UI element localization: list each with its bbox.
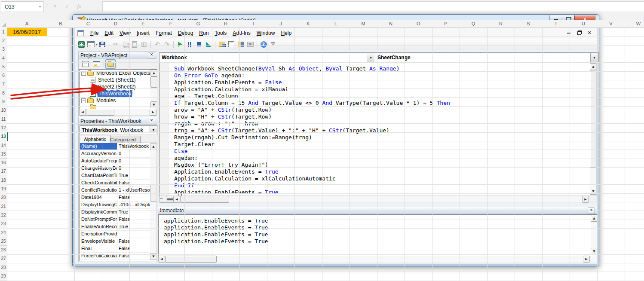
column-header-H[interactable]: H (212, 20, 240, 28)
insert-function-icon[interactable]: fx (74, 1, 84, 11)
child-close-icon[interactable]: ✕ (586, 30, 592, 36)
project-explorer-icon[interactable] (218, 40, 226, 49)
formula-bar-grip-icon[interactable]: ⋮ (45, 3, 49, 9)
row-header-15[interactable]: 15 (0, 150, 7, 159)
property-value[interactable]: False (117, 238, 150, 245)
property-row[interactable]: EnvelopeVisibleFalse (80, 238, 150, 245)
immediate-hscrollbar[interactable]: ◀ ▶ (158, 256, 597, 262)
property-value[interactable]: False (117, 180, 150, 186)
property-value[interactable]: -4104 - xlDisplayShapes (117, 202, 150, 208)
column-header-I[interactable]: I (239, 20, 267, 28)
row-header-19[interactable]: 19 (0, 184, 7, 193)
immediate-vscrollbar[interactable]: ▲ ▼ (591, 215, 597, 255)
column-header-A[interactable]: A (7, 20, 47, 28)
name-box[interactable]: O13 (1, 1, 40, 12)
column-header-W[interactable]: W (625, 20, 644, 28)
menu-add-ins[interactable]: Add-Ins (230, 30, 253, 36)
property-row[interactable]: DisplayInkCommentsTrue (80, 209, 150, 216)
cancel-entry-icon[interactable]: × (50, 1, 60, 11)
column-header-L[interactable]: L (322, 20, 350, 28)
properties-object-dropdown[interactable]: ThisWorkbook Workbook ▼ (80, 125, 158, 135)
row-header-21[interactable]: 21 (0, 202, 7, 211)
property-row[interactable]: EnableAutoRecoverTrue (80, 223, 150, 231)
properties-panel-header[interactable]: Properties - ThisWorkbook ✕ (79, 117, 157, 125)
row-header-7[interactable]: 7 (0, 80, 7, 89)
column-header-Q[interactable]: Q (460, 20, 488, 28)
column-header-N[interactable]: N (377, 20, 405, 28)
property-name[interactable]: Final (80, 245, 117, 252)
excel-icon[interactable] (77, 40, 86, 49)
property-row[interactable]: HighlightChangesOnScreenFalse (80, 260, 150, 261)
column-header-M[interactable]: M (350, 20, 377, 28)
property-name[interactable]: ConflictResolution (80, 187, 117, 194)
highlighted-date-cell[interactable]: 16/06/2017 (7, 27, 47, 37)
row-header-17[interactable]: 17 (0, 167, 7, 176)
column-header-V[interactable]: V (597, 20, 625, 28)
property-row[interactable]: ForceFullCalculationFalse (80, 253, 150, 260)
property-value[interactable]: False (117, 245, 150, 252)
column-header-T[interactable]: T (542, 20, 570, 28)
row-header-13[interactable]: 13 (0, 132, 8, 141)
row-header-2[interactable]: 2 (0, 36, 7, 45)
property-row[interactable]: AccuracyVersion0 (80, 150, 150, 158)
column-header-J[interactable]: J (267, 20, 295, 28)
row-header-14[interactable]: 14 (0, 141, 7, 150)
row-header-9[interactable]: 9 (0, 97, 7, 106)
row-header-24[interactable]: 24 (0, 228, 7, 237)
row-header-18[interactable]: 18 (0, 176, 7, 185)
column-header-D[interactable]: D (102, 20, 130, 28)
toolbar-options-icon[interactable]: ▾ (270, 40, 276, 49)
row-header-25[interactable]: 25 (0, 237, 7, 246)
code-hscrollbar[interactable]: ◀ ▶ (173, 196, 589, 202)
property-row[interactable]: Date1904False (80, 194, 150, 202)
menu-tools[interactable]: Tools (212, 30, 230, 36)
reset-icon[interactable] (195, 40, 203, 49)
property-value[interactable]: True (117, 223, 150, 230)
property-row[interactable]: AutoUpdateFrequency0 (80, 158, 150, 165)
menu-help[interactable]: Help (278, 30, 294, 36)
row-header-8[interactable]: 8 (0, 89, 7, 98)
property-value[interactable]: False (117, 253, 150, 260)
property-name[interactable]: EnableAutoRecover (80, 223, 117, 230)
run-icon[interactable] (176, 40, 184, 49)
project-tree-hscrollbar[interactable]: ◀ ▶ (79, 109, 156, 115)
object-browser-icon[interactable] (236, 40, 245, 49)
property-name[interactable]: ChangeHistoryDuration (80, 165, 117, 172)
property-value[interactable]: True (117, 209, 150, 216)
column-header-P[interactable]: P (432, 20, 460, 28)
column-header-E[interactable]: E (129, 20, 157, 28)
menu-edit[interactable]: Edit (101, 30, 117, 36)
row-header-16[interactable]: 16 (0, 159, 7, 168)
row-header-10[interactable]: 10 (0, 106, 7, 115)
toolbox-icon[interactable] (246, 40, 255, 49)
row-header-23[interactable]: 23 (0, 220, 7, 229)
name-box-dropdown-icon[interactable]: ▼ (37, 1, 44, 12)
paste-icon[interactable] (130, 40, 139, 49)
view-object-icon[interactable] (86, 40, 95, 49)
project-close-icon[interactable]: ✕ (148, 52, 155, 58)
menu-insert[interactable]: Insert (134, 30, 153, 36)
column-header-K[interactable]: K (294, 20, 322, 28)
tab-alphabetic[interactable]: Alphabetic (80, 135, 110, 143)
menu-debug[interactable]: Debug (175, 30, 196, 36)
menu-run[interactable]: Run (196, 30, 212, 36)
row-header-22[interactable]: 22 (0, 211, 7, 220)
break-icon[interactable] (185, 40, 194, 49)
properties-window-icon[interactable] (227, 40, 236, 49)
view-code-icon[interactable] (80, 59, 90, 69)
child-window-icon[interactable] (77, 30, 84, 36)
row-header-12[interactable]: 12 (0, 123, 7, 132)
enter-entry-icon[interactable]: ✓ (62, 1, 72, 11)
column-header-F[interactable]: F (157, 20, 185, 28)
row-header-27[interactable]: 27 (0, 254, 7, 263)
property-row[interactable]: ChangeHistoryDuration0 (80, 165, 150, 172)
property-value[interactable]: ThisWorkbook (117, 143, 150, 150)
row-header-4[interactable]: 4 (0, 54, 7, 63)
child-restore-icon[interactable] (576, 30, 582, 36)
property-name[interactable]: CheckCompatibility (80, 180, 117, 186)
menu-file[interactable]: File (87, 30, 101, 36)
column-header-S[interactable]: S (515, 20, 543, 28)
toggle-folders-icon[interactable] (105, 59, 116, 69)
property-value[interactable]: False (117, 260, 150, 261)
property-name[interactable]: HighlightChangesOnScreen (80, 260, 117, 261)
